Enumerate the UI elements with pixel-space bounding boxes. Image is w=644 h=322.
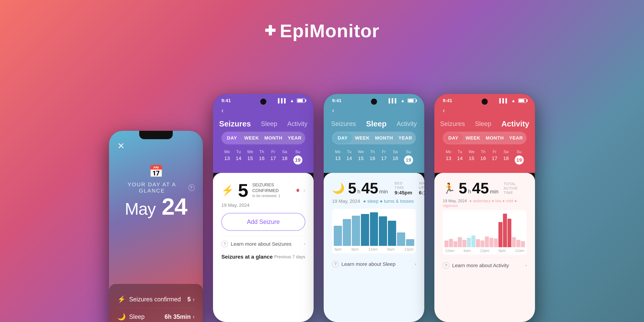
day-tu-4[interactable]: Tu14 xyxy=(457,150,463,164)
period-day-2[interactable]: DAY xyxy=(222,133,242,144)
glance-title: Seizures at a glance xyxy=(221,254,273,260)
learn-more-icon-2: ? xyxy=(221,241,228,247)
tab-activity-2[interactable]: Activity xyxy=(287,120,308,128)
seizure-count: 5 xyxy=(238,180,248,201)
sleep-legend: ● sleep ● turns & tosses xyxy=(363,198,414,204)
app-header: ✚ EpiMonitor xyxy=(264,20,379,42)
activity-min-label: min xyxy=(490,188,498,195)
sleep-bar-8 xyxy=(397,232,405,246)
day-su-3[interactable]: Su19 xyxy=(404,150,413,164)
day-fr-2[interactable]: Fr17 xyxy=(270,150,276,164)
act-bar-15 xyxy=(508,219,512,247)
tab-sleep-3[interactable]: Sleep xyxy=(366,119,386,128)
day-su-2[interactable]: Su19 xyxy=(293,150,302,164)
period-year-2[interactable]: YEAR xyxy=(285,133,304,144)
sleep-bar-7 xyxy=(388,221,396,246)
phone-4: 9:41 ▌▌▌ ▲ ‹ Seizures Sleep Activity xyxy=(434,94,535,322)
learn-more-sleep[interactable]: ? Learn more about Sleep › xyxy=(332,256,416,272)
day-th-2[interactable]: Th16 xyxy=(259,150,264,164)
tab-sleep-2[interactable]: Sleep xyxy=(261,120,277,128)
day-tu-2[interactable]: Tu14 xyxy=(236,150,241,164)
learn-more-icon-3: ? xyxy=(332,261,339,268)
sleep-mins: 45 xyxy=(362,180,378,197)
day-su-4[interactable]: Su19 xyxy=(515,150,524,164)
phone-1-screen: ✕ 📅 YOUR DAY AT A GLANCE ? May 24 xyxy=(109,131,203,322)
day-we-4[interactable]: We15 xyxy=(468,150,474,164)
phone3-header: 9:41 ▌▌▌ ▲ ‹ Seizures Sleep Activity xyxy=(324,94,424,173)
period-week-4[interactable]: WEEK xyxy=(463,133,483,144)
phone4-header: 9:41 ▌▌▌ ▲ ‹ Seizures Sleep Activity xyxy=(434,94,535,173)
signal-icon-4: ▌▌▌ xyxy=(499,98,508,103)
tab-seizures-4[interactable]: Seizures xyxy=(440,120,465,128)
bed-time-value: 9:45pm xyxy=(394,190,412,196)
period-month-4[interactable]: MONTH xyxy=(483,133,506,144)
day-tu-3[interactable]: Tu14 xyxy=(346,150,352,164)
activity-chart-xaxis: 12am6am12pm6pm12am xyxy=(444,248,525,253)
learn-more-activity[interactable]: ? Learn more about Activity › xyxy=(443,257,526,274)
wifi-icon-3: ▲ xyxy=(400,98,405,103)
day-th-4[interactable]: Th16 xyxy=(480,150,486,164)
day-sa-3[interactable]: Sa18 xyxy=(392,150,398,164)
day-mo-2[interactable]: Mo13 xyxy=(224,150,230,164)
act-bar-3 xyxy=(454,241,458,247)
learn-more-label-4: Learn more about Activity xyxy=(452,263,509,268)
sleep-chevron: › xyxy=(193,314,194,320)
time-4: 9:41 xyxy=(443,98,452,103)
period-year-4[interactable]: YEAR xyxy=(506,133,526,144)
tab-seizures-2[interactable]: Seizures xyxy=(219,119,251,128)
seizure-date: 19 May, 2024 xyxy=(221,202,305,208)
seizures-stat-row[interactable]: ⚡ Seizures confirmed 5 › xyxy=(118,291,194,308)
sleep-stat-row[interactable]: 🌙 Sleep 6h 35min › xyxy=(118,308,194,322)
glance-label: YOUR DAY AT A GLANCE ? xyxy=(118,182,194,194)
close-button[interactable]: ✕ xyxy=(118,141,125,151)
period-month-2[interactable]: MONTH xyxy=(262,133,285,144)
tab-sleep-4[interactable]: Sleep xyxy=(475,120,491,128)
phone-4-screen: 9:41 ▌▌▌ ▲ ‹ Seizures Sleep Activity xyxy=(434,94,535,322)
big-date: May 24 xyxy=(118,195,194,218)
act-bar-8 xyxy=(476,239,480,247)
date-section: 📅 YOUR DAY AT A GLANCE ? May 24 xyxy=(118,164,194,218)
learn-more-label-2: Learn more about Seizures xyxy=(231,241,292,247)
day-mo-3[interactable]: Mo13 xyxy=(335,150,340,164)
tab-activity-4[interactable]: Activity xyxy=(501,119,529,128)
wake-up-value: 6:15am xyxy=(419,190,424,196)
back-button-3[interactable]: ‹ xyxy=(324,103,424,118)
period-month-3[interactable]: MONTH xyxy=(372,133,396,144)
act-bar-12 xyxy=(494,238,498,247)
seizure-count-row: ⚡ 5 SEIZURES CONFIRMED to be reviewed: 1… xyxy=(221,180,305,201)
sleep-chart: 6pm8pm12am8am12pm xyxy=(332,209,416,253)
day-fr-4[interactable]: Fr17 xyxy=(492,150,497,164)
period-week-3[interactable]: WEEK xyxy=(352,133,372,144)
learn-more-chevron-4: › xyxy=(526,264,526,267)
back-button-2[interactable]: ‹ xyxy=(213,103,314,118)
help-icon[interactable]: ? xyxy=(188,184,194,191)
back-button-4[interactable]: ‹ xyxy=(434,103,535,118)
learn-more-seizures[interactable]: ? Learn more about Seizures › xyxy=(221,236,305,252)
lightning-icon-2: ⚡ xyxy=(221,184,234,196)
day-mo-4[interactable]: Mo13 xyxy=(446,150,451,164)
act-bar-16 xyxy=(512,237,516,247)
day-we-2[interactable]: We15 xyxy=(247,150,253,164)
sleep-chart-xaxis: 6pm8pm12am8am12pm xyxy=(334,247,414,252)
period-week-2[interactable]: WEEK xyxy=(242,133,262,144)
battery-4 xyxy=(518,98,526,103)
period-day-3[interactable]: DAY xyxy=(333,133,352,144)
day-we-3[interactable]: We15 xyxy=(358,150,364,164)
period-year-3[interactable]: YEAR xyxy=(396,133,415,144)
day-th-3[interactable]: Th16 xyxy=(370,150,375,164)
day-fr-3[interactable]: Fr17 xyxy=(381,150,386,164)
add-seizure-button[interactable]: Add Seizure xyxy=(221,213,305,231)
tab-seizures-3[interactable]: Seizures xyxy=(331,120,356,128)
sleep-bar-4 xyxy=(361,214,369,246)
day-sa-4[interactable]: Sa18 xyxy=(503,150,509,164)
tab-activity-3[interactable]: Activity xyxy=(397,120,417,128)
lightning-stat-icon: ⚡ xyxy=(118,295,126,303)
day-sa-2[interactable]: Sa18 xyxy=(282,150,287,164)
stats-panel: ⚡ Seizures confirmed 5 › 🌙 Sleep xyxy=(109,284,203,322)
period-day-4[interactable]: DAY xyxy=(444,133,463,144)
sleep-bar-3 xyxy=(352,216,360,246)
act-bar-13 xyxy=(498,222,502,247)
seizure-label: SEIZURES CONFIRMED to be reviewed: 1 xyxy=(252,182,292,198)
period-selector-4: DAY WEEK MONTH YEAR xyxy=(443,132,526,144)
learn-more-label-3: Learn more about Sleep xyxy=(342,261,396,267)
